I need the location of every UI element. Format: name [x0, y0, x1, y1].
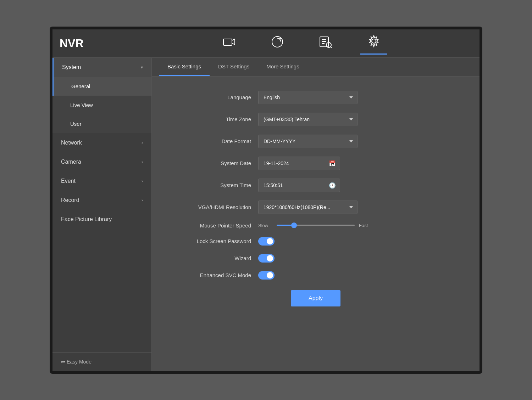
sidebar-sub-label: Live View — [70, 102, 93, 108]
svc-mode-label: Enhanced SVC Mode — [173, 272, 251, 278]
mouse-speed-slider[interactable] — [277, 225, 355, 226]
svg-marker-1 — [232, 39, 235, 45]
sidebar-item-camera[interactable]: Camera › — [52, 152, 151, 171]
svc-mode-toggle[interactable] — [258, 271, 275, 280]
language-select[interactable]: English Persian Arabic Chinese — [258, 91, 358, 104]
sidebar-item-event[interactable]: Event › — [52, 171, 151, 191]
tab-basic-settings[interactable]: Basic Settings — [159, 58, 210, 76]
vga-hdmi-control: 1920*1080/60Hz(1080P)(Re... 1280*720/60H… — [258, 201, 358, 214]
clock-icon: 🕐 — [329, 182, 336, 188]
time-zone-row: Time Zone (GMT+03:30) Tehran (GMT+00:00)… — [173, 113, 458, 126]
main-area: System ▾ General Live View User Network … — [52, 58, 480, 371]
top-nav — [131, 32, 472, 55]
easy-mode-label: ⇌ Easy Mode — [61, 359, 92, 365]
svc-mode-toggle-container — [258, 271, 275, 280]
app-logo: NVR — [60, 37, 131, 50]
apply-btn-row: Apply — [173, 290, 458, 306]
system-date-row: System Date 📅 — [173, 157, 458, 170]
sidebar-item-general[interactable]: General — [52, 77, 151, 96]
sidebar-item-face-picture-library[interactable]: Face Picture Library — [52, 210, 151, 229]
sidebar-item-system[interactable]: System ▾ — [52, 58, 151, 77]
system-date-input[interactable] — [258, 157, 340, 170]
date-format-control: DD-MM-YYYY MM-DD-YYYY YYYY-MM-DD — [258, 135, 358, 148]
lock-screen-row: Lock Screen Password — [173, 237, 458, 246]
date-format-select[interactable]: DD-MM-YYYY MM-DD-YYYY YYYY-MM-DD — [258, 135, 358, 148]
svg-point-10 — [372, 39, 376, 43]
chevron-right-icon: › — [142, 179, 143, 184]
sidebar-sub-label: General — [71, 83, 90, 89]
top-nav-settings[interactable] — [360, 32, 387, 55]
wizard-row: Wizard — [173, 254, 458, 263]
vga-hdmi-select[interactable]: 1920*1080/60Hz(1080P)(Re... 1280*720/60H… — [258, 201, 358, 214]
wizard-label: Wizard — [173, 255, 251, 261]
sub-nav: Basic Settings DST Settings More Setting… — [152, 58, 480, 77]
fast-label: Fast — [359, 223, 373, 228]
date-format-label: Date Format — [173, 138, 251, 144]
top-nav-playback[interactable] — [264, 33, 291, 54]
tab-more-settings[interactable]: More Settings — [258, 58, 308, 76]
system-time-label: System Time — [173, 182, 251, 188]
sidebar-item-record[interactable]: Record › — [52, 191, 151, 210]
sidebar: System ▾ General Live View User Network … — [52, 58, 152, 371]
toggle-slider-svc — [258, 271, 275, 280]
monitor-frame: NVR — [50, 27, 482, 374]
sidebar-item-label: Camera — [61, 159, 81, 165]
chevron-right-icon: › — [142, 198, 143, 203]
system-time-control: 🕐 — [258, 179, 340, 192]
system-time-input[interactable] — [258, 179, 340, 192]
wizard-toggle-container — [258, 254, 275, 263]
sidebar-item-label: Event — [61, 178, 76, 184]
tab-dst-settings[interactable]: DST Settings — [210, 58, 258, 76]
wizard-toggle[interactable] — [258, 254, 275, 263]
sidebar-item-live-view[interactable]: Live View — [52, 96, 151, 114]
search-record-icon — [319, 35, 332, 51]
sidebar-item-label: Record — [61, 197, 79, 203]
lock-screen-toggle-container — [258, 237, 275, 246]
mouse-speed-slider-row: Slow Fast — [258, 223, 373, 228]
top-nav-search[interactable] — [312, 33, 339, 54]
apply-button[interactable]: Apply — [291, 290, 340, 306]
vga-hdmi-row: VGA/HDMI Resolution 1920*1080/60Hz(1080P… — [173, 201, 458, 214]
playback-icon — [271, 35, 284, 51]
sidebar-item-label: System — [62, 64, 81, 71]
slow-label: Slow — [258, 223, 272, 228]
lock-screen-label: Lock Screen Password — [173, 238, 251, 244]
svc-mode-row: Enhanced SVC Mode — [173, 271, 458, 280]
time-zone-control: (GMT+03:30) Tehran (GMT+00:00) UTC (GMT+… — [258, 113, 358, 126]
language-control: English Persian Arabic Chinese — [258, 91, 358, 104]
sidebar-item-label: Face Picture Library — [61, 216, 112, 222]
easy-mode-button[interactable]: ⇌ Easy Mode — [52, 352, 151, 371]
camera-icon — [223, 37, 235, 49]
calendar-icon: 📅 — [329, 160, 336, 167]
sidebar-sub-label: User — [70, 121, 82, 127]
sidebar-item-label: Network — [61, 140, 82, 146]
chevron-right-icon: › — [142, 140, 143, 145]
svg-line-6 — [331, 47, 332, 48]
content-area: Basic Settings DST Settings More Setting… — [152, 58, 480, 371]
time-zone-label: Time Zone — [173, 116, 251, 122]
system-date-label: System Date — [173, 160, 251, 166]
mouse-speed-row: Mouse Pointer Speed Slow Fast — [173, 222, 458, 229]
lock-screen-toggle[interactable] — [258, 237, 275, 246]
system-time-row: System Time 🕐 — [173, 179, 458, 192]
system-date-control: 📅 — [258, 157, 340, 170]
toggle-slider-lock — [258, 237, 275, 246]
top-nav-camera[interactable] — [216, 34, 243, 53]
form-area: Language English Persian Arabic Chinese — [152, 77, 480, 371]
screen: NVR — [52, 29, 480, 371]
language-row: Language English Persian Arabic Chinese — [173, 91, 458, 104]
toggle-slider-wizard — [258, 254, 275, 263]
date-format-row: Date Format DD-MM-YYYY MM-DD-YYYY YYYY-M… — [173, 135, 458, 148]
top-bar: NVR — [52, 29, 480, 58]
sidebar-item-network[interactable]: Network › — [52, 133, 151, 152]
sidebar-item-user[interactable]: User — [52, 114, 151, 133]
mouse-speed-label: Mouse Pointer Speed — [173, 222, 251, 229]
chevron-right-icon: › — [142, 159, 143, 164]
vga-hdmi-label: VGA/HDMI Resolution — [173, 204, 251, 210]
time-zone-select[interactable]: (GMT+03:30) Tehran (GMT+00:00) UTC (GMT+… — [258, 113, 358, 126]
settings-icon — [367, 35, 380, 50]
svg-rect-0 — [223, 39, 232, 45]
language-label: Language — [173, 94, 251, 100]
chevron-down-icon: ▾ — [141, 65, 143, 70]
